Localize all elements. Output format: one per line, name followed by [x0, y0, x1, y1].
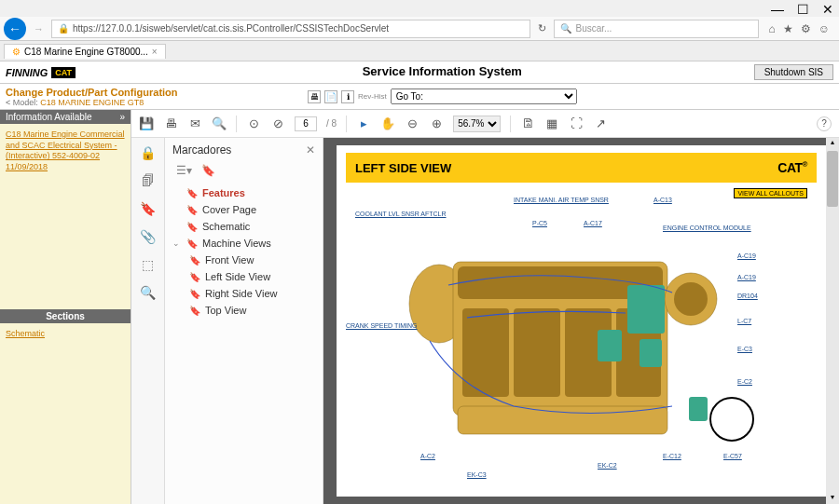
config-title-link[interactable]: Change Product/Part Configuration: [6, 87, 178, 98]
pdf-viewer: 💾 🖶 ✉ 🔍 ⊙ ⊘ / 8 ▸ ✋ ⊖ ⊕ 56.7% 🖺 ▦ ⛶ ↗ ? …: [131, 110, 839, 504]
callout-a-c2[interactable]: A-C2: [420, 453, 435, 459]
home-icon[interactable]: ⌂: [768, 22, 775, 35]
favorites-icon[interactable]: ★: [783, 22, 793, 35]
callout-l-c7[interactable]: L-C7: [737, 318, 751, 324]
bm-left-side-view[interactable]: 🔖Left Side View: [172, 268, 315, 285]
pdf-scrollbar[interactable]: ▴ ▾: [826, 138, 839, 504]
engine-diagram: COOLANT LVL SNSR AFTCLR INTAKE MANI. AIR…: [346, 183, 817, 482]
callout-a-c17[interactable]: A-C17: [584, 220, 602, 226]
app-header: FINNING CAT Service Information System S…: [0, 61, 839, 84]
bm-machine-views[interactable]: ⌄🔖Machine Views: [172, 235, 315, 252]
layout-icon[interactable]: ▦: [544, 116, 559, 130]
callout-a-c19a[interactable]: A-C19: [737, 252, 756, 259]
callout-p-c5[interactable]: P-C5: [532, 220, 547, 226]
brand-logo: FINNING CAT: [0, 67, 131, 78]
pdf-toolbar: 💾 🖶 ✉ 🔍 ⊙ ⊘ / 8 ▸ ✋ ⊖ ⊕ 56.7% 🖺 ▦ ⛶ ↗ ?: [131, 110, 839, 138]
help-icon[interactable]: ?: [817, 116, 832, 131]
maximize-button[interactable]: ☐: [797, 2, 809, 17]
search-placeholder: Buscar...: [575, 23, 612, 34]
left-panel: Information Available » C18 Marine Engin…: [0, 110, 131, 504]
fullscreen-icon[interactable]: ⛶: [569, 116, 584, 130]
callout-a-c19b[interactable]: A-C19: [737, 274, 756, 280]
bm-top-view[interactable]: 🔖Top View: [172, 302, 315, 319]
bookmark-panel-close[interactable]: ✕: [306, 143, 315, 157]
svg-rect-12: [640, 339, 662, 367]
hand-icon[interactable]: ✋: [380, 116, 395, 130]
pointer-icon[interactable]: ▸: [356, 116, 371, 130]
shutdown-button[interactable]: Shutdown SIS: [754, 64, 833, 80]
section-schematic-link[interactable]: Schematic: [6, 329, 45, 338]
email-icon[interactable]: ✉: [187, 116, 202, 130]
model-link[interactable]: C18 MARINE ENGINE GT8: [40, 98, 144, 107]
browser-menu-icons: ⌂ ★ ⚙ ☺: [763, 22, 835, 35]
callout-e-c2[interactable]: E-C2: [737, 378, 752, 385]
back-button[interactable]: ←: [4, 18, 26, 40]
smile-icon[interactable]: ☺: [818, 22, 830, 35]
pdf-page-container[interactable]: LEFT SIDE VIEW CAT® VIEW ALL CALLOUTS: [323, 138, 839, 504]
forward-button[interactable]: →: [30, 23, 48, 34]
print-icon[interactable]: 🖶: [163, 116, 178, 130]
zoom-out-icon[interactable]: ⊖: [405, 116, 420, 130]
goto-select[interactable]: Go To:: [391, 89, 577, 104]
callout-ecm[interactable]: ENGINE CONTROL MODULE: [663, 225, 751, 231]
print-icon[interactable]: 🖶: [308, 90, 321, 103]
bm-cover-page[interactable]: 🔖Cover Page: [172, 201, 315, 218]
lock-icon: 🔒: [58, 23, 69, 34]
pages-rail-icon[interactable]: 🗐: [142, 173, 155, 188]
callout-e-c57[interactable]: E-C57: [723, 453, 742, 459]
callout-dr104[interactable]: DR104: [737, 293, 758, 299]
bm-tool-list-icon[interactable]: ☰▾: [176, 164, 192, 177]
tab-close-button[interactable]: ×: [152, 47, 158, 57]
doc-icon[interactable]: 📄: [324, 90, 337, 103]
info-expand-icon[interactable]: »: [119, 112, 125, 122]
callout-e-c3[interactable]: E-C3: [737, 346, 752, 352]
callout-coolant[interactable]: COOLANT LVL SNSR AFTCLR: [355, 211, 447, 217]
share-icon[interactable]: ↗: [593, 116, 608, 130]
url-bar[interactable]: 🔒 https://127.0.0.1/sisweb/servlet/cat.c…: [51, 20, 530, 38]
main-area: Information Available » C18 Marine Engin…: [0, 110, 839, 504]
search-rail-icon[interactable]: 🔍: [140, 285, 156, 300]
info-doc-link[interactable]: C18 Marine Engine Commercial and SCAC El…: [6, 129, 125, 173]
bookmark-panel: Marcadores ✕ ☰▾ 🔖 🔖Features 🔖Cover Page …: [165, 138, 323, 504]
zoom-in-icon[interactable]: ⊕: [429, 116, 444, 130]
sections-header: Sections: [0, 309, 131, 323]
layers-rail-icon[interactable]: ⬚: [142, 257, 154, 272]
zoom-select[interactable]: 56.7%: [453, 116, 501, 132]
callout-a-c13[interactable]: A-C13: [653, 197, 672, 203]
close-button[interactable]: ✕: [822, 2, 833, 17]
search-icon[interactable]: 🔍: [212, 116, 227, 130]
bm-schematic[interactable]: 🔖Schematic: [172, 218, 315, 235]
info-icon[interactable]: ℹ: [341, 90, 354, 103]
bm-front-view[interactable]: 🔖Front View: [172, 252, 315, 268]
callout-e-c12[interactable]: E-C12: [663, 453, 681, 459]
callout-intake[interactable]: INTAKE MANI. AIR TEMP SNSR: [514, 197, 609, 203]
page-down-icon[interactable]: ⊘: [270, 116, 285, 130]
minimize-button[interactable]: —: [771, 2, 784, 17]
attachment-rail-icon[interactable]: 📎: [140, 229, 156, 244]
page-number-input[interactable]: [295, 116, 317, 131]
save-icon[interactable]: 💾: [139, 116, 154, 130]
bookmark-tool-icon[interactable]: 🖺: [520, 116, 535, 130]
bookmark-tree: 🔖Features 🔖Cover Page 🔖Schematic ⌄🔖Machi…: [172, 184, 315, 319]
lock-rail-icon[interactable]: 🔒: [140, 145, 156, 160]
bookmark-rail-icon[interactable]: 🔖: [140, 201, 156, 216]
svg-rect-4: [514, 308, 560, 397]
callout-ek-c2[interactable]: EK-C2: [598, 462, 617, 469]
detail-circle: [709, 397, 754, 442]
pdf-page: LEFT SIDE VIEW CAT® VIEW ALL CALLOUTS: [337, 145, 826, 497]
callout-ek-c3[interactable]: EK-C3: [467, 471, 487, 478]
refresh-button[interactable]: ↻: [534, 22, 550, 34]
tools-icon[interactable]: ⚙: [801, 22, 811, 35]
svg-rect-10: [627, 285, 665, 334]
svg-rect-11: [598, 330, 622, 361]
bm-features[interactable]: 🔖Features: [172, 184, 315, 201]
page-up-icon[interactable]: ⊙: [246, 116, 261, 130]
pdf-sidebar-rail: 🔒 🗐 🔖 📎 ⬚ 🔍: [131, 138, 165, 504]
page-title: LEFT SIDE VIEW: [355, 161, 451, 175]
pdf-body: 🔒 🗐 🔖 📎 ⬚ 🔍 Marcadores ✕ ☰▾ 🔖 🔖Features: [131, 138, 839, 504]
callout-crank[interactable]: CRANK SPEED TIMING: [346, 322, 418, 329]
bm-tool-find-icon[interactable]: 🔖: [201, 164, 215, 177]
browser-tab[interactable]: ⚙ C18 Marine Engine GT8000... ×: [4, 44, 166, 59]
browser-search[interactable]: 🔍 Buscar...: [554, 20, 759, 38]
bm-right-side-view[interactable]: 🔖Right Side View: [172, 285, 315, 302]
